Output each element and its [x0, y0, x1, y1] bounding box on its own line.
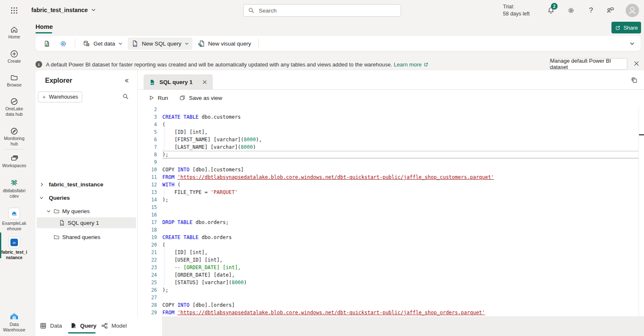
code-line-22[interactable]: 22 [USER_ID] [int], [138, 256, 644, 264]
sidebar-item-browse[interactable]: Browse [0, 73, 28, 88]
settings-button[interactable] [566, 5, 576, 15]
code-line-29[interactable]: 29FROM 'https://dbtlabsynapsedatalake.bl… [138, 309, 644, 316]
rail-divider [5, 149, 23, 150]
explorer-title: Explorer [45, 77, 72, 84]
workspace-switcher[interactable]: fabric_test_instance [31, 7, 96, 13]
external-link-icon [423, 62, 429, 67]
line-number: 6 [138, 136, 157, 143]
code-line-14[interactable]: 14); [138, 196, 644, 204]
chevron-down-icon [46, 209, 51, 214]
code-line-24[interactable]: 24 [ORDER_DATE] [date], [138, 271, 644, 279]
sidebar-item-examplelakehouse[interactable]: ExampleLak ehouse [0, 208, 28, 232]
code-line-25[interactable]: 25 [STATUS] [varchar](8000) [138, 279, 644, 286]
model-icon [101, 322, 108, 329]
avatar[interactable] [626, 4, 639, 17]
tree-item-queries[interactable]: Queries [35, 192, 137, 203]
code-line-5[interactable]: 5 [ID] [int], [138, 128, 644, 136]
question-icon: ? [589, 6, 593, 15]
line-number: 27 [138, 294, 157, 301]
tree-item-shared-queries[interactable]: Shared queries [35, 232, 137, 242]
code-text: CREATE TABLE dbo.orders [162, 234, 232, 241]
code-text: -- [ORDER_DATE] [int], [162, 264, 241, 271]
code-line-23[interactable]: 23 -- [ORDER_DATE] [int], [138, 264, 644, 271]
code-line-12[interactable]: 12WITH ( [138, 181, 644, 188]
notifications-button[interactable]: 2 [546, 5, 556, 15]
code-line-8[interactable]: 8); [138, 151, 644, 158]
code-line-6[interactable]: 6 [FIRST_NAME] [varchar](8000), [138, 136, 644, 143]
code-line-16[interactable]: 16 [138, 211, 644, 219]
code-line-15[interactable]: 15 [138, 204, 644, 211]
code-line-17[interactable]: 17DROP TABLE dbo.orders; [138, 219, 644, 226]
copy-icon[interactable] [631, 77, 638, 84]
sidebar-item-dbtlabsfabricdev[interactable]: dbtlabsfabri cdev [0, 178, 28, 199]
sidebar-item-workspaces[interactable]: Workspaces [0, 154, 28, 168]
sidebar-item-home[interactable]: Home [0, 25, 28, 40]
help-button[interactable]: ? [586, 5, 596, 15]
sidebar-item-data-warehouse[interactable]: Data Warehouse [0, 311, 28, 333]
tab-model[interactable]: Model [101, 316, 127, 335]
new-sql-query-button[interactable]: SQL New SQL query [128, 38, 192, 50]
code-line-3[interactable]: 3CREATE TABLE dbo.customers [138, 113, 644, 121]
share-button[interactable]: Share [611, 22, 641, 33]
close-tab-icon[interactable] [202, 79, 207, 85]
learn-more-link[interactable]: Learn more [394, 61, 429, 68]
code-text: FILE_TYPE = 'PARQUET' [162, 188, 238, 196]
line-number: 23 [138, 264, 157, 271]
sidebar-item-onelake-data-hub[interactable]: OneLake data hub [0, 97, 28, 117]
sidebar-item-fabric-test-instance[interactable]: fabric_test_i nstance [0, 237, 28, 260]
run-button[interactable]: Run [149, 95, 168, 101]
save-as-view-button[interactable]: Save as view [179, 94, 222, 101]
collapse-panel-icon[interactable] [124, 78, 129, 84]
code-line-18[interactable]: 18 [138, 226, 644, 234]
default-dataset-banner: i A default Power BI dataset for faster … [35, 58, 644, 71]
search-input[interactable] [258, 7, 397, 14]
line-number: 2 [138, 106, 157, 113]
line-number: 14 [138, 196, 157, 204]
tree-item-warehouse[interactable]: fabric_test_instance [35, 179, 137, 190]
manage-dataset-button[interactable]: Manage default Power BI dataset [550, 58, 627, 70]
query-page-icon [70, 322, 77, 329]
svg-text:SQL: SQL [61, 224, 64, 225]
banner-close-icon[interactable] [633, 60, 640, 67]
new-visual-query-button[interactable]: New visual query [194, 38, 255, 50]
chevron-down-icon [39, 196, 44, 200]
explorer-search-icon[interactable] [122, 93, 129, 100]
save-as-view-icon [179, 94, 186, 101]
tab-data[interactable]: Data [40, 316, 62, 335]
code-line-11[interactable]: 11FROM 'https://dbtlabsynapsedatalake.bl… [138, 173, 644, 181]
code-line-26[interactable]: 26); [138, 286, 644, 294]
global-search[interactable] [243, 4, 401, 17]
sidebar-item-monitoring-hub[interactable]: Monitoring hub [0, 127, 28, 147]
code-line-2[interactable]: 2 [138, 106, 644, 113]
tree-item-sql-query-1[interactable]: SQL SQL query 1 [37, 217, 136, 228]
code-line-10[interactable]: 10COPY INTO [dbo].[customers] [138, 166, 644, 173]
line-number: 7 [138, 143, 157, 151]
scrollbar-marker[interactable] [639, 134, 644, 135]
code-line-9[interactable]: 9 [138, 158, 644, 166]
get-data-button[interactable]: Get data [79, 38, 126, 50]
refresh-query-button[interactable] [40, 38, 54, 50]
sidebar-item-create[interactable]: Create [0, 49, 28, 64]
svg-text:SQL: SQL [133, 44, 137, 46]
ribbon-toolbar: Get data SQL New SQL query New visual qu… [35, 36, 641, 51]
code-line-20[interactable]: 20( [138, 241, 644, 249]
code-text: [STATUS] [varchar](8000) [162, 279, 247, 286]
code-line-4[interactable]: 4( [138, 121, 644, 128]
code-line-13[interactable]: 13 FILE_TYPE = 'PARQUET' [138, 188, 644, 196]
query-settings-button[interactable] [56, 38, 71, 50]
add-warehouses-button[interactable]: Warehouses [38, 92, 82, 102]
code-line-19[interactable]: 19CREATE TABLE dbo.orders [138, 234, 644, 241]
tree-item-my-queries[interactable]: My queries [35, 206, 137, 216]
waffle-menu-icon[interactable] [9, 5, 19, 15]
code-line-27[interactable]: 27 [138, 294, 644, 301]
tab-home[interactable]: Home [35, 23, 53, 30]
view-switcher-bar: Data Query Model [35, 316, 644, 336]
code-line-21[interactable]: 21 [ID] [int], [138, 249, 644, 256]
code-line-7[interactable]: 7 [LAST_NAME] [varchar](8000) [138, 143, 644, 151]
tab-sql-query-1[interactable]: SQL SQL query 1 [144, 74, 213, 90]
ribbon-collapse-chevron[interactable] [629, 41, 635, 46]
editor-right-edge [639, 106, 639, 316]
code-line-28[interactable]: 28COPY INTO [dbo].[orders] [138, 301, 644, 309]
sql-code-editor[interactable]: 23CREATE TABLE dbo.customers4(5 [ID] [in… [138, 106, 644, 316]
feedback-button[interactable] [605, 5, 615, 15]
